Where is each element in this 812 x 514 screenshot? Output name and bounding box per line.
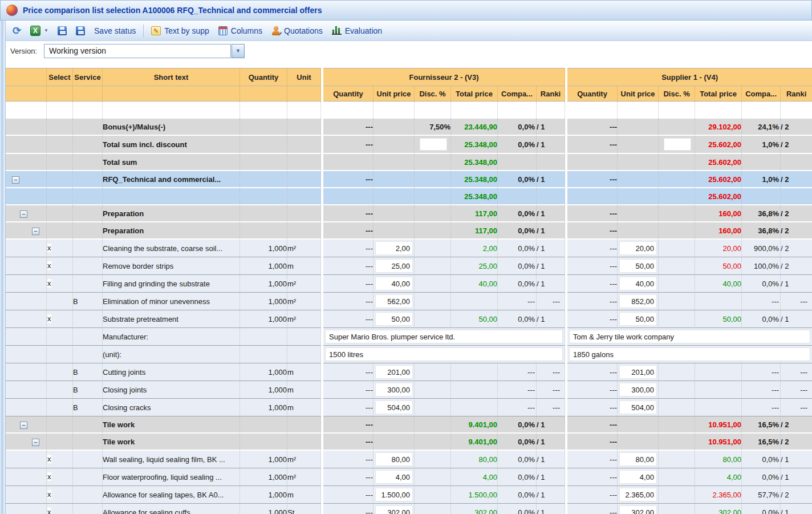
offer-total-price-cell: 302,00 — [451, 504, 498, 514]
unit-price-input[interactable]: 201,00 — [619, 365, 657, 379]
select-checkbox[interactable]: x — [47, 278, 52, 288]
select-checkbox[interactable] — [47, 296, 48, 306]
hierarchy-cell — [6, 328, 47, 346]
offer-unit-price-cell — [373, 434, 415, 451]
select-checkbox[interactable]: x — [47, 261, 52, 270]
offer-discount-cell — [659, 363, 695, 381]
table-row-group: −Preparation---117,000,0%/ 1---160,0036,… — [6, 205, 812, 222]
export-excel-button[interactable]: X ▼ — [26, 24, 53, 38]
select-checkbox[interactable] — [47, 385, 48, 394]
short-text-cell: RFQ_Technical and commercial... — [103, 171, 240, 188]
unit-price-input[interactable]: 2,00 — [375, 241, 413, 255]
unit-price-input[interactable]: 302,00 — [619, 505, 657, 514]
offer-unit-price-cell: 300,00 — [373, 381, 415, 399]
collapse-toggle-icon[interactable]: − — [32, 439, 39, 446]
discount-input[interactable] — [664, 138, 691, 151]
unit-price-input[interactable]: 40,00 — [375, 277, 413, 290]
unit-price-input[interactable]: 300,00 — [375, 383, 413, 396]
hierarchy-cell — [6, 504, 47, 514]
offer-total-price-cell: 9.401,00 — [451, 416, 498, 434]
offer-comparison-cell: 1,0% — [742, 136, 781, 154]
select-checkbox[interactable]: x — [47, 314, 52, 323]
save-button[interactable] — [53, 25, 71, 37]
unit-price-input[interactable]: 25,00 — [375, 259, 413, 273]
quantity-cell — [240, 119, 287, 136]
offer-discount-cell — [659, 293, 695, 310]
manufacturer-text-input-supplier2[interactable]: 1850 galons — [569, 347, 810, 361]
discount-input[interactable] — [420, 138, 447, 151]
unit-cell: m² — [287, 451, 321, 468]
unit-price-input[interactable]: 562,00 — [375, 294, 413, 308]
offer-total-price-cell — [695, 381, 742, 399]
hierarchy-cell — [6, 310, 47, 328]
manufacturer-text-input-supplier1[interactable]: Super Mario Bros. plumper service ltd. — [325, 330, 563, 343]
collapse-toggle-icon[interactable]: − — [32, 228, 39, 235]
select-checkbox[interactable]: x — [47, 472, 52, 481]
unit-price-input[interactable]: 50,00 — [619, 259, 657, 273]
unit-price-input[interactable]: 4,00 — [375, 470, 413, 484]
short-text-cell — [103, 188, 240, 205]
short-text-cell: (unit): — [103, 346, 240, 363]
select-checkbox[interactable]: x — [47, 243, 52, 253]
offer-rank-cell: / 1 — [537, 205, 565, 222]
select-checkbox[interactable]: x — [47, 507, 52, 514]
unit-price-input[interactable]: 4,00 — [619, 470, 657, 484]
unit-price-input[interactable]: 20,00 — [619, 241, 657, 255]
offer-total-price-cell: 302,00 — [695, 504, 742, 514]
select-checkbox[interactable] — [47, 367, 48, 377]
collapse-toggle-icon[interactable]: − — [20, 211, 27, 218]
unit-price-input[interactable]: 504,00 — [375, 400, 413, 414]
hierarchy-cell — [6, 363, 47, 381]
offer-comparison-cell: 36,8% — [742, 222, 781, 240]
offer-quantity-cell: --- — [323, 451, 373, 468]
text-by-supplier-button[interactable]: ✎ Text by supp — [147, 25, 214, 37]
short-text-cell: Remove border strips — [103, 257, 240, 275]
select-checkbox[interactable] — [47, 402, 48, 412]
header-sub-unit-price: Unit price — [373, 86, 415, 102]
quotations-button[interactable]: ✔ Quotations — [267, 25, 327, 37]
service-cell — [73, 136, 103, 154]
collapse-toggle-icon[interactable]: − — [20, 422, 27, 429]
unit-price-input[interactable]: 80,00 — [375, 452, 413, 466]
offer-rank-cell: --- — [537, 363, 565, 381]
manufacturer-text-input-supplier2[interactable]: Tom & Jerry tile work company — [569, 330, 810, 343]
offer-total-price-cell: 160,00 — [695, 205, 742, 222]
offer-quantity-cell — [567, 154, 618, 171]
unit-price-input[interactable]: 504,00 — [619, 400, 657, 414]
unit-price-input[interactable]: 852,00 — [619, 294, 657, 308]
offer-quantity-cell: --- — [567, 205, 618, 222]
hierarchy-cell — [6, 154, 47, 171]
unit-price-input[interactable]: 300,00 — [619, 383, 657, 396]
offer-total-price-cell: 25.348,00 — [451, 136, 498, 154]
select-checkbox[interactable]: x — [47, 454, 52, 464]
unit-price-input[interactable]: 50,00 — [375, 312, 413, 326]
evaluation-button[interactable]: Evaluation — [327, 25, 387, 37]
unit-price-input[interactable]: 302,00 — [375, 505, 413, 514]
offer-total-price-cell: 4,00 — [451, 468, 498, 486]
hierarchy-cell — [6, 119, 47, 136]
save-as-button[interactable] — [71, 25, 90, 37]
short-text-cell: Tile work — [103, 434, 240, 451]
unit-price-input[interactable]: 2.365,00 — [619, 488, 657, 501]
save-status-button[interactable]: Save status — [90, 25, 140, 37]
version-input[interactable] — [44, 44, 231, 58]
hierarchy-cell — [6, 399, 47, 416]
offer-comparison-cell: 36,8% — [742, 205, 781, 222]
header-sub-ranki: Ranki — [781, 86, 812, 102]
offer-total-price-cell: 10.951,00 — [695, 434, 742, 451]
select-checkbox[interactable]: x — [47, 489, 52, 499]
unit-price-input[interactable]: 40,00 — [619, 277, 657, 290]
offer-total-price-cell: 40,00 — [451, 275, 498, 293]
total-price-value: 9.401,00 — [468, 438, 497, 446]
offer-rank-cell: / 1 — [537, 257, 565, 275]
columns-button[interactable]: Columns — [214, 25, 267, 37]
refresh-button[interactable]: ⟳ — [8, 24, 26, 38]
unit-price-input[interactable]: 201,00 — [375, 365, 413, 379]
manufacturer-text-input-supplier1[interactable]: 1500 litres — [325, 347, 563, 361]
unit-price-input[interactable]: 1.500,00 — [375, 488, 413, 501]
offer-unit-price-cell — [618, 102, 659, 119]
unit-price-input[interactable]: 50,00 — [619, 312, 657, 326]
unit-price-input[interactable]: 80,00 — [619, 452, 657, 466]
version-dropdown-button[interactable]: ▼ — [232, 44, 245, 58]
collapse-toggle-icon[interactable]: − — [12, 176, 19, 184]
